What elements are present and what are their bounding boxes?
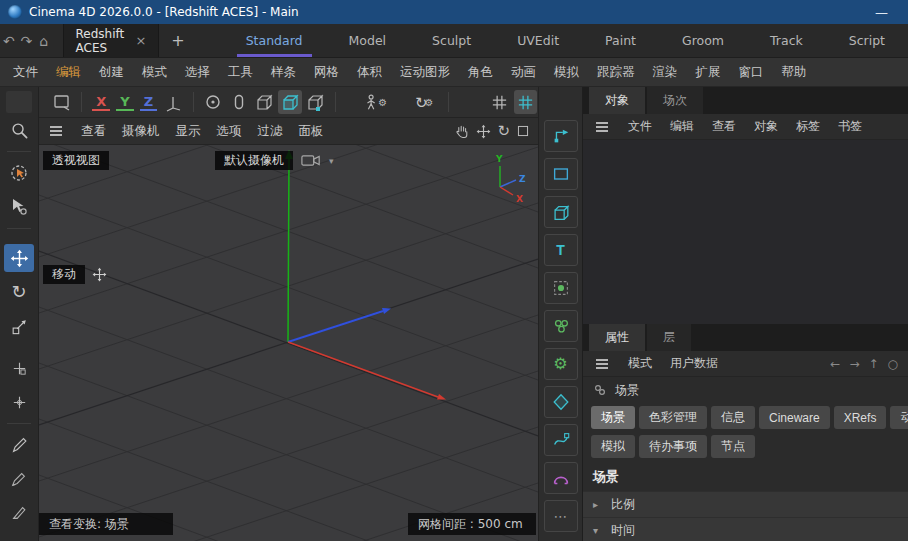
menu-mesh[interactable]: 网格: [305, 64, 348, 81]
more-objects-button[interactable]: ⋯: [544, 500, 578, 532]
bend-deformer-button[interactable]: [544, 462, 578, 494]
knife-tool-button[interactable]: [4, 499, 34, 527]
menu-render[interactable]: 渲染: [644, 64, 687, 81]
rectangle-spline-button[interactable]: [544, 158, 578, 190]
tab-layers[interactable]: 层: [647, 324, 691, 351]
tab-takes[interactable]: 场次: [647, 87, 703, 114]
viewport-hamburger-icon[interactable]: [47, 123, 65, 139]
parent-object-icon[interactable]: ↑: [868, 357, 878, 371]
tab-objects[interactable]: 对象: [589, 87, 645, 114]
attr-tab-nodes[interactable]: 节点: [711, 435, 755, 458]
minimize-button[interactable]: —: [863, 5, 900, 20]
move-tool-button[interactable]: [4, 244, 34, 272]
zoom-tool-button[interactable]: [4, 116, 34, 144]
character-mode-button[interactable]: ⚙: [360, 90, 391, 114]
axis-move-tool-button[interactable]: [4, 354, 34, 382]
tab-attributes[interactable]: 属性: [589, 324, 645, 351]
model-mode-button[interactable]: [202, 90, 225, 114]
menu-select[interactable]: 选择: [176, 64, 219, 81]
attr-tab-color-management[interactable]: 色彩管理: [639, 406, 707, 429]
vp-menu-filter[interactable]: 过滤: [250, 123, 291, 140]
group-time[interactable]: ▾ 时间: [583, 517, 908, 541]
viewport-layout-button[interactable]: [50, 90, 73, 114]
polygon-mode-button[interactable]: [304, 90, 327, 114]
attr-tab-xrefs[interactable]: XRefs: [834, 406, 887, 429]
workspace-sculpt[interactable]: Sculpt: [409, 24, 494, 57]
vp-menu-panel[interactable]: 面板: [291, 123, 332, 140]
viewport-canvas[interactable]: 透视视图 默认摄像机 ▾ 移动 Y Z: [39, 145, 538, 541]
lock-z-axis-button[interactable]: Z: [140, 94, 158, 111]
quantize-button[interactable]: [514, 90, 537, 114]
collapsed-arrow-icon[interactable]: ▸: [593, 499, 603, 510]
document-tab[interactable]: Redshift ACES ×: [63, 24, 160, 57]
workspace-uvedit[interactable]: UVEdit: [494, 24, 582, 57]
menu-mograph[interactable]: 运动图形: [391, 64, 459, 81]
auto-update-button[interactable]: ↻ ⚙: [409, 90, 440, 114]
coordinate-system-button[interactable]: [161, 90, 184, 114]
om-menu-edit[interactable]: 编辑: [661, 118, 703, 135]
attr-tab-info[interactable]: 信息: [711, 406, 755, 429]
history-back-icon[interactable]: ←: [830, 357, 840, 371]
vp-menu-display[interactable]: 显示: [168, 123, 209, 140]
menu-file[interactable]: 文件: [4, 64, 47, 81]
field-object-button[interactable]: [544, 386, 578, 418]
menu-volume[interactable]: 体积: [348, 64, 391, 81]
pan-move-icon[interactable]: [476, 124, 491, 139]
maximize-view-icon[interactable]: [516, 124, 530, 138]
menu-edit[interactable]: 编辑: [47, 64, 90, 81]
axis-mode-button[interactable]: [227, 90, 250, 114]
pan-hand-icon[interactable]: [454, 123, 470, 139]
object-list[interactable]: [583, 140, 908, 324]
search-icon[interactable]: ○: [888, 357, 898, 371]
attr-tab-todo[interactable]: 待办事项: [639, 435, 707, 458]
om-menu-tags[interactable]: 标签: [787, 118, 829, 135]
menu-window[interactable]: 窗口: [730, 64, 773, 81]
sketch-pen-tool-button[interactable]: [4, 465, 34, 493]
vp-menu-view[interactable]: 查看: [73, 123, 114, 140]
spline-modifier-button[interactable]: [544, 424, 578, 456]
snap-grid-button[interactable]: [488, 90, 511, 114]
point-mode-button[interactable]: [253, 90, 276, 114]
generator-button[interactable]: ⚙: [544, 348, 578, 380]
tweak-spline-button[interactable]: [544, 120, 578, 152]
live-selection-tool-button[interactable]: [4, 159, 34, 187]
workspace-script[interactable]: Script: [826, 24, 908, 57]
menu-tools[interactable]: 工具: [219, 64, 262, 81]
menu-mode[interactable]: 模式: [133, 64, 176, 81]
undo-layout-icon[interactable]: ↶: [0, 33, 18, 49]
rotate-tool-button[interactable]: ↻: [4, 278, 34, 306]
am-menu-userdata[interactable]: 用户数据: [661, 355, 727, 372]
instance-object-button[interactable]: [544, 272, 578, 304]
vp-menu-options[interactable]: 选项: [209, 123, 250, 140]
axis-modify-tool-button[interactable]: [4, 388, 34, 416]
palette-grip[interactable]: [6, 91, 32, 113]
lock-y-axis-button[interactable]: Y: [116, 94, 134, 111]
attr-tab-scene[interactable]: 场景: [591, 406, 635, 429]
cube-object-button[interactable]: [544, 196, 578, 228]
text-object-button[interactable]: T: [544, 234, 578, 266]
workspace-standard[interactable]: Standard: [223, 24, 326, 57]
object-manager-hamburger-icon[interactable]: [593, 119, 611, 135]
om-menu-bookmarks[interactable]: 书签: [829, 118, 871, 135]
camera-name-label[interactable]: 默认摄像机: [215, 151, 293, 170]
menu-animate[interactable]: 动画: [502, 64, 545, 81]
expanded-arrow-icon[interactable]: ▾: [593, 525, 603, 536]
workspace-track[interactable]: Track: [747, 24, 826, 57]
history-forward-icon[interactable]: →: [849, 357, 859, 371]
edge-mode-button[interactable]: [278, 90, 301, 114]
camera-dropdown-icon[interactable]: ▾: [329, 156, 334, 166]
pen-tool-button[interactable]: [4, 431, 34, 459]
view-name-label[interactable]: 透视视图: [43, 151, 109, 170]
group-scale[interactable]: ▸ 比例: [583, 491, 908, 517]
lock-x-axis-button[interactable]: X: [92, 94, 110, 111]
orbit-icon[interactable]: ↻: [497, 124, 510, 139]
axis-gizmo[interactable]: Y Z X: [472, 151, 528, 205]
camera-icon[interactable]: [301, 154, 321, 167]
menu-extensions[interactable]: 扩展: [687, 64, 730, 81]
om-menu-objects[interactable]: 对象: [745, 118, 787, 135]
menu-tracker[interactable]: 跟踪器: [588, 64, 644, 81]
workspace-model[interactable]: Model: [326, 24, 410, 57]
am-menu-mode[interactable]: 模式: [619, 355, 661, 372]
attr-tab-cineware[interactable]: Cineware: [759, 406, 830, 429]
menu-spline[interactable]: 样条: [262, 64, 305, 81]
